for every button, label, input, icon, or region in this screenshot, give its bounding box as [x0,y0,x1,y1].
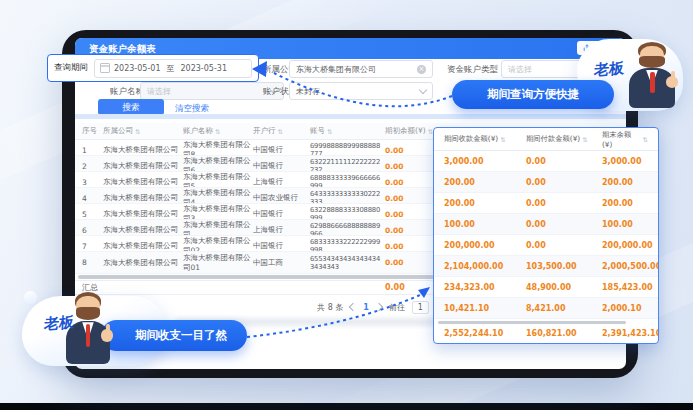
clear-field-icon[interactable] [417,65,426,74]
row-index: 6 [82,226,103,235]
row-index: 1 [82,146,103,155]
panel-row[interactable]: 234,323.0048,900.00185,423.00 [434,277,658,298]
row-bank: 中国银行 [253,161,310,171]
row-company: 东海大桥集团有限公司 [103,161,183,171]
row-bank: 中国银行 [253,241,310,251]
panel-ending-balance: 100.00 [602,220,648,229]
panel-row[interactable]: 3,000.000.003,000.00 [434,151,658,172]
callout-top-pill: 期间查询方便快捷 [452,80,614,109]
panel-column-header-label: 期间付款金额(¥) [526,134,580,144]
next-page-icon[interactable] [375,303,383,311]
sort-icon[interactable] [327,127,332,136]
row-index: 7 [82,242,103,251]
panel-received-amount: 10,421.10 [444,304,526,313]
column-header-label: 期初余额(¥) [385,126,426,136]
panel-ending-balance: 3,000.00 [602,157,648,166]
row-account-name: 东海大桥集团有限公司 [183,220,253,236]
column-header[interactable]: 账户名称 [183,126,253,136]
sort-icon[interactable] [582,135,587,144]
column-header-label: 账户名称 [183,126,213,136]
panel-row[interactable]: 2,104,000.00103,500.002,000,500.00 [434,256,658,277]
panel-ending-balance: 2,000.10 [602,304,648,313]
account-status-select[interactable]: 未封存 [289,82,433,100]
company-select[interactable]: 东海大桥集团有限公司 [289,60,433,78]
row-account-name: 东海大桥集团有限公司4 [183,188,253,204]
search-button[interactable]: 搜索 [98,99,164,115]
panel-total-ending: 2,391,423.10 [602,329,659,338]
row-bank: 中国农业银行 [253,193,310,203]
row-account-number: 64333333333330222333 [310,190,385,204]
date-to-value[interactable]: 2023-05-31 [181,64,228,73]
avatar-tie [650,72,655,93]
panel-paid-amount: 48,900.00 [526,283,602,292]
row-account-name: 东海大桥集团有限公司01 [183,253,253,273]
row-account-number: 63222111112222222232 [310,158,385,172]
panel-received-amount: 200.00 [444,199,526,208]
row-account-number: 655343434343434343434343 [310,255,385,271]
row-account-number: 68888333339666666999 [310,174,385,188]
sort-icon[interactable] [278,127,283,136]
row-bank: 上海银行 [253,225,310,235]
panel-row[interactable]: 200.000.00200.00 [434,172,658,193]
row-account-name: 东海大桥集团有限公司6 [183,156,253,172]
goto-label: 前往 [389,302,405,313]
sort-icon[interactable] [135,127,140,136]
row-company: 东海大桥集团有限公司 [103,177,183,187]
date-from-value[interactable]: 2023-05-01 [114,64,161,73]
panel-paid-amount: 0.00 [526,199,602,208]
panel-row[interactable]: 200.000.00200.00 [434,193,658,214]
row-account-number: 69998888899988888777 [310,142,385,156]
panel-paid-amount: 8,421.00 [526,304,602,313]
panel-total-row: 2,552,244.10160,821.002,391,423.10 [434,324,658,343]
column-header: 序号 [82,126,103,136]
query-period-label: 查询期间 [54,62,88,74]
row-company: 东海大桥集团有限公司 [103,145,183,155]
panel-ending-balance: 200.00 [602,199,648,208]
date-range-picker[interactable]: 2023-05-01 至 2023-05-31 [94,59,252,78]
column-header[interactable]: 所属公司 [103,126,183,136]
row-bank: 中国工商 [253,258,310,268]
panel-row[interactable]: 100.000.00100.00 [434,214,658,235]
sort-icon[interactable] [500,135,505,144]
panel-received-amount: 200.00 [444,178,526,187]
panel-received-amount: 100.00 [444,220,526,229]
account-type-label: 资金账户类型 [447,64,498,76]
panel-paid-amount: 0.00 [526,157,602,166]
boss-avatar [627,42,677,108]
sort-icon[interactable] [643,135,648,144]
column-header-label: 账号 [310,126,325,136]
column-header[interactable]: 开户行 [253,126,310,136]
panel-column-header[interactable]: 期间付款金额(¥) [526,134,602,144]
panel-received-amount: 2,104,000.00 [444,262,526,271]
panel-column-header[interactable]: 期间收款金额(¥) [444,134,526,144]
column-header-label: 序号 [82,126,97,136]
calendar-icon [100,63,110,73]
panel-column-header[interactable]: 期末余额(¥) [602,130,648,149]
sort-icon[interactable] [215,127,220,136]
row-bank: 上海银行 [253,177,310,187]
page-number[interactable]: 1 [363,303,369,312]
row-company: 东海大桥集团有限公司 [103,258,183,268]
panel-paid-amount: 103,500.00 [526,262,602,271]
panel-total-paid: 160,821.00 [526,329,602,338]
prev-page-icon[interactable] [349,303,357,311]
row-account-number: 63228888333308880999 [310,206,385,220]
goto-page-input[interactable] [412,301,429,314]
row-account-name: 东海大桥集团有限公司5 [183,172,253,188]
avatar-beard [639,56,665,68]
panel-header: 期间收款金额(¥)期间付款金额(¥)期末余额(¥) [434,128,658,151]
panel-column-header-label: 期间收款金额(¥) [444,134,498,144]
section-divider [75,114,626,119]
panel-row[interactable]: 10,421.108,421.002,000.10 [434,298,658,319]
account-status-value: 未封存 [296,86,416,97]
panel-row[interactable]: 200,000.000.00200,000.00 [434,235,658,256]
column-header-label: 所属公司 [103,126,133,136]
row-bank: 中国银行 [253,209,310,219]
row-index: 3 [82,178,103,187]
column-header[interactable]: 账号 [310,126,385,136]
row-index: 2 [82,162,103,171]
panel-received-amount: 3,000.00 [444,157,526,166]
row-bank: 中国银行 [253,145,310,155]
row-company: 东海大桥集团有限公司 [103,225,183,235]
row-company: 东海大桥集团有限公司 [103,241,183,251]
